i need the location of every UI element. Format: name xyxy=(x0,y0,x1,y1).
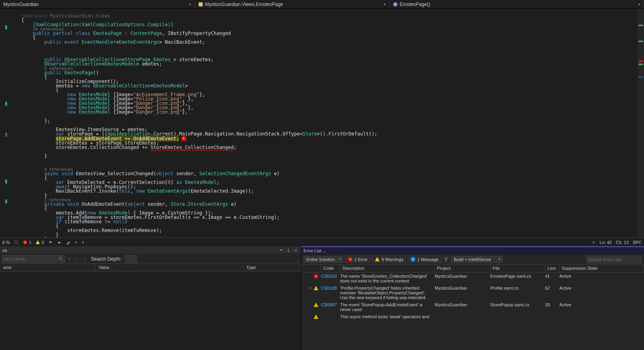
scope-dropdown[interactable]: Entire Solution xyxy=(304,256,343,263)
svg-text:×: × xyxy=(315,275,317,278)
error-suppression: Active xyxy=(559,302,644,307)
error-project: MysticsGuardian xyxy=(435,274,490,278)
zoom-icon[interactable] xyxy=(14,240,19,245)
error-columns: Code Description Project File Line Suppr… xyxy=(301,265,644,273)
error-badge-icon[interactable] xyxy=(182,136,186,141)
build-intellisense-dropdown[interactable]: Build + IntelliSense xyxy=(451,256,503,263)
column-indicator[interactable]: Ch: 13 xyxy=(616,240,629,245)
chevron-down-icon[interactable]: ▾ xyxy=(68,257,70,261)
col-code[interactable]: Code xyxy=(321,265,340,272)
nav-type-dropdown[interactable]: MysticsGuardian.Views.EmotesPage ▾ xyxy=(195,0,389,8)
col-name[interactable]: ame xyxy=(0,264,95,271)
error-search-input[interactable] xyxy=(586,255,642,263)
svg-text:!: ! xyxy=(315,287,316,291)
arrow-right-icon[interactable] xyxy=(82,256,88,262)
error-line: 41 xyxy=(545,274,559,278)
svg-point-2 xyxy=(14,240,17,244)
error-code: CS0103 xyxy=(321,274,340,278)
col-type[interactable]: Type xyxy=(243,264,301,271)
code-area[interactable]: namespace MysticsGuardian.Views { [XamlC… xyxy=(13,9,638,238)
arrow-up-icon[interactable] xyxy=(48,240,53,245)
messages-filter[interactable]: i 1 Message xyxy=(408,255,441,263)
error-row[interactable]: !This async method lacks 'await' operato… xyxy=(301,313,644,321)
search-depth-combo[interactable] xyxy=(125,255,137,263)
expand-icon[interactable]: ▷ xyxy=(309,286,312,291)
nav-project-label: MysticsGuardian xyxy=(3,2,188,7)
close-icon[interactable] xyxy=(293,248,298,253)
error-row[interactable]: ×CS0103The name 'StoreEmotes_CollectionC… xyxy=(301,273,644,284)
autos-title: os xyxy=(2,248,277,253)
autos-body xyxy=(0,272,301,350)
nav-type-label: MysticsGuardian.Views.EmotesPage xyxy=(205,2,382,7)
error-row[interactable]: !CS0067The event 'StorePopup.AddEmoteEve… xyxy=(301,301,644,313)
svg-marker-6 xyxy=(36,240,40,244)
warning-icon xyxy=(35,240,40,245)
search-icon[interactable] xyxy=(58,256,64,261)
autos-columns: ame Value Type xyxy=(0,264,301,272)
chevron-down-icon[interactable]: ▾ xyxy=(75,240,77,244)
code-editor[interactable]: namespace MysticsGuardian.Views { [XamlC… xyxy=(0,9,644,238)
caret-right-icon[interactable] xyxy=(592,240,596,244)
error-code: CS0067 xyxy=(321,302,340,307)
col-suppression[interactable]: Suppression State xyxy=(559,265,644,272)
arrow-left-icon[interactable] xyxy=(73,256,79,262)
warnings-filter[interactable]: 9 Warnings xyxy=(372,255,406,263)
error-code: CS0108 xyxy=(321,286,340,290)
col-desc[interactable]: Description xyxy=(340,265,435,272)
line-indicator[interactable]: Ln: 42 xyxy=(600,240,612,245)
col-project[interactable]: Project xyxy=(435,265,490,272)
search-depth-label: Search Depth: xyxy=(91,256,122,262)
error-suppression: Active xyxy=(559,274,644,278)
navigation-bar: MysticsGuardian ▾ MysticsGuardian.Views.… xyxy=(0,0,644,9)
warning-icon: ! xyxy=(313,286,319,291)
autos-search-input[interactable] xyxy=(2,255,65,263)
filter-icon[interactable] xyxy=(443,256,449,263)
error-list-title: Error List ... xyxy=(304,248,642,253)
col-value[interactable]: Value xyxy=(95,264,243,271)
chevron-down-icon: ▾ xyxy=(384,2,386,6)
error-suppression: Active xyxy=(559,286,644,290)
editor-gutter xyxy=(0,9,13,238)
autos-toolbar: ▾ Search Depth: xyxy=(0,254,301,264)
nav-project-dropdown[interactable]: MysticsGuardian ▾ xyxy=(0,0,195,8)
zoom-level[interactable]: 6 % xyxy=(2,240,10,245)
pin-icon[interactable] xyxy=(286,248,291,253)
col-line[interactable]: Line xyxy=(545,265,559,272)
warning-count[interactable]: 0 xyxy=(35,240,44,245)
nav-member-dropdown[interactable]: EmotesPage() ▾ xyxy=(389,0,644,8)
chevron-down-icon: ▾ xyxy=(638,2,640,6)
error-desc: The name 'StoreEmotes_CollectionChanged'… xyxy=(340,274,435,283)
minimap[interactable] xyxy=(638,9,644,238)
error-count[interactable]: × 1 xyxy=(23,240,31,245)
error-line: 62 xyxy=(545,286,559,290)
class-icon xyxy=(198,2,203,7)
error-file: EmotesPage.xaml.cs xyxy=(490,274,545,278)
svg-text:!: ! xyxy=(315,316,316,319)
warning-icon: ! xyxy=(313,302,319,307)
arrow-down-icon[interactable] xyxy=(57,240,62,245)
error-list-toolbar: Entire Solution × 1 Error 9 Warnings i 1… xyxy=(301,254,644,265)
chevron-down-icon: ▾ xyxy=(189,2,191,6)
warning-icon xyxy=(375,257,380,262)
method-icon xyxy=(393,2,398,7)
dropdown-icon[interactable] xyxy=(278,248,284,253)
svg-text:×: × xyxy=(349,257,351,261)
error-desc: This async method lacks 'await' operator… xyxy=(340,314,435,319)
svg-rect-1 xyxy=(393,2,398,6)
svg-rect-0 xyxy=(199,2,203,6)
caret-left-icon[interactable] xyxy=(81,240,85,244)
brush-icon[interactable] xyxy=(66,240,71,245)
editor-status-bar: 6 % × 1 0 ▾ Ln: 42 Ch: 13 SPC xyxy=(0,238,644,246)
autos-header[interactable]: os xyxy=(0,246,301,254)
error-project: MysticsGuardian xyxy=(435,302,490,307)
error-rows: ×CS0103The name 'StoreEmotes_CollectionC… xyxy=(301,273,644,350)
bottom-panels: os ▾ Search Depth: ame Value Type Error … xyxy=(0,246,644,350)
error-icon: × xyxy=(348,257,353,262)
error-list-header[interactable]: Error List ... xyxy=(301,246,644,254)
error-row[interactable]: ▷!CS0108'Profile.PropertyChanged' hides … xyxy=(301,284,644,301)
error-list-panel: Error List ... Entire Solution × 1 Error… xyxy=(301,246,644,350)
indent-mode[interactable]: SPC xyxy=(632,240,642,245)
error-file: StorePopup.xaml.cs xyxy=(490,302,545,307)
errors-filter[interactable]: × 1 Error xyxy=(345,255,371,263)
col-file[interactable]: File xyxy=(490,265,545,272)
